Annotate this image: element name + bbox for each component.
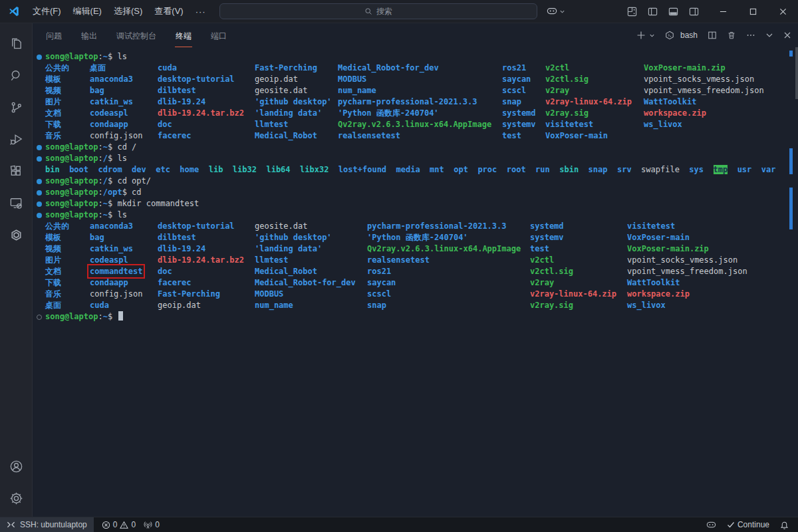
tab-terminal[interactable]: 终端 (175, 24, 192, 47)
command-decoration-icon[interactable] (37, 145, 42, 150)
ports-status[interactable]: 0 (144, 520, 160, 529)
more-actions-icon[interactable] (746, 31, 755, 40)
source-control-icon[interactable] (0, 91, 32, 123)
ls-entry: vpoint_vmess_freedom.json (627, 267, 747, 276)
menu-view[interactable]: 查看(V) (148, 5, 189, 17)
tab-debug-console[interactable]: 调试控制台 (116, 24, 157, 47)
terminal-line: song@laptop:~$ cd / (45, 142, 786, 153)
terminal-line: song@laptop:/opt$ cd (45, 187, 786, 198)
settings-gear-icon[interactable] (0, 482, 32, 514)
ls-entry: 视频 (45, 86, 61, 95)
terminal-line: song@laptop:~$ ls (45, 209, 786, 221)
command-decoration-icon[interactable] (37, 190, 42, 196)
menu-selection[interactable]: 选择(S) (108, 5, 148, 17)
toggle-secondary-sidebar-icon[interactable] (689, 7, 699, 17)
remote-indicator[interactable]: SSH: ubuntulaptop (0, 517, 94, 532)
ls-entry: dlib-19.24 (158, 97, 205, 106)
ls-entry: 模板 (45, 74, 61, 84)
ls-row-cell: geosite.dat (255, 221, 367, 232)
activity-bar (0, 23, 33, 517)
ls-row-cell: config.json (90, 289, 158, 300)
ls-entry: 'landing data' (255, 244, 322, 253)
toggle-panel-icon[interactable] (668, 7, 678, 17)
scrollbar-thumb[interactable] (795, 47, 798, 99)
ls-entry: bin (45, 165, 60, 174)
tab-output[interactable]: 输出 (80, 24, 98, 47)
ls-row-cell: Medical_Robot (255, 130, 338, 142)
ls-row-cell: facerec (158, 277, 255, 289)
ls-entry: workspace.zip (644, 108, 706, 118)
ls-entry: 模板 (45, 233, 61, 242)
ls-row-cell: bag (90, 85, 158, 96)
terminal-content[interactable]: song@laptop:~$ ls公共的模板视频图片文档下载音乐桌面anacon… (33, 47, 798, 517)
ls-row-cell: 桌面 (90, 63, 158, 74)
ls-row-cell: VoxPoser-main (545, 130, 644, 142)
ls-row-cell: v2ctl.sig (545, 74, 644, 85)
continue-label: Continue (737, 520, 769, 529)
ls-row-cell: 下载 (45, 277, 90, 289)
ls-entry: anaconda3 (90, 74, 133, 84)
new-terminal-dropdown-icon[interactable] (649, 33, 655, 39)
maximize-button[interactable] (738, 0, 768, 23)
new-terminal-icon[interactable] (636, 31, 646, 40)
ls-entry: libx32 (300, 165, 329, 174)
ls-entry: VoxPoser-main.zip (627, 244, 709, 253)
collapse-panel-icon[interactable] (765, 31, 773, 39)
ls-row-cell: Fast-Perching (255, 63, 338, 74)
terminal-text: $ mkdir commandtest (108, 199, 199, 208)
ls-entry: systemv (530, 233, 564, 242)
ls-entry: ros21 (502, 63, 526, 72)
close-window-button[interactable] (768, 0, 798, 23)
ls-entry: 'github desktop' (255, 97, 332, 106)
close-panel-icon[interactable] (783, 31, 791, 39)
account-icon[interactable] (0, 450, 32, 482)
ls-entry: swapfile (641, 165, 680, 174)
split-terminal-icon[interactable] (708, 31, 717, 40)
command-decoration-icon[interactable] (37, 55, 42, 60)
ls-entry: pycharm-professional-2021.3.3 (367, 221, 507, 231)
ls-row-cell: cuda (158, 63, 255, 74)
ls-entry: dlib-19.24.tar.bz2 (158, 255, 244, 265)
tab-ports[interactable]: 端口 (210, 24, 227, 47)
copilot-status-icon[interactable] (706, 521, 716, 529)
menu-more[interactable]: ··· (190, 7, 212, 17)
terminal-instance[interactable]: bash (665, 31, 698, 40)
menu-file[interactable]: 文件(F) (27, 5, 67, 17)
remote-explorer-icon[interactable] (0, 187, 32, 219)
notifications-bell-icon[interactable] (780, 521, 789, 529)
ls-entry: media (396, 165, 420, 174)
search-view-icon[interactable] (0, 59, 32, 91)
command-decoration-icon[interactable] (37, 315, 42, 320)
highlighted-ls-entry: commandtest (90, 267, 142, 276)
ls-entry: Medical_Robot (255, 131, 317, 140)
command-decoration-icon[interactable] (37, 201, 42, 207)
run-and-debug-icon[interactable] (0, 123, 32, 155)
ls-entry: Fast-Perching (255, 63, 317, 72)
toggle-sidebar-icon[interactable] (648, 7, 658, 17)
ls-row-cell: VoxPoser-main.zip (644, 63, 793, 74)
customize-layout-icon[interactable] (627, 7, 637, 17)
ls-row-cell: ws_livox (627, 300, 797, 311)
ls-entry: lost+found (338, 165, 386, 174)
ls-entry: facerec (158, 131, 192, 140)
ls-entry: v2ctl.sig (530, 267, 573, 276)
minimize-button[interactable] (708, 0, 738, 23)
ls-entry: mnt (430, 165, 444, 174)
search-input[interactable]: 搜索 (219, 3, 537, 19)
ls-row-cell: num_name (255, 300, 367, 311)
ls-row-cell: systemv (502, 119, 545, 130)
command-decoration-icon[interactable] (37, 156, 42, 162)
problems-status[interactable]: 0 0 (102, 520, 136, 529)
menu-edit[interactable]: 编辑(E) (67, 5, 108, 17)
continue-button[interactable]: Continue (727, 520, 769, 529)
terminal-text: $ ls (108, 52, 127, 61)
tab-problems[interactable]: 问题 (45, 24, 63, 47)
command-decoration-icon[interactable] (37, 213, 42, 218)
explorer-icon[interactable] (0, 27, 32, 59)
hexagon-extension-icon[interactable] (0, 219, 32, 251)
command-decoration-icon[interactable] (37, 179, 42, 184)
kill-terminal-icon[interactable] (727, 31, 736, 40)
extensions-icon[interactable] (0, 155, 32, 187)
ls-entry: geosite.dat (255, 221, 307, 231)
copilot-menu[interactable] (547, 7, 565, 16)
